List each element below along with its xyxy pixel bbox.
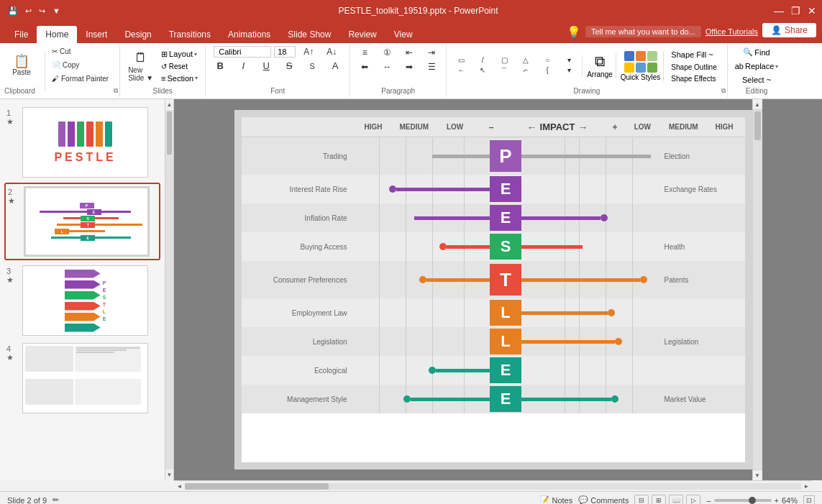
reading-view-icon[interactable]: 📖 (669, 495, 683, 505)
shape-arrow2[interactable]: ↖ (472, 65, 493, 77)
horizontal-scrollbar[interactable]: ◄ ► (174, 480, 812, 491)
font-family-selector[interactable]: Calibri (214, 46, 271, 58)
tab-animations[interactable]: Animations (219, 26, 279, 43)
shape-connector[interactable]: ⌐ (516, 65, 536, 77)
font-color-button[interactable]: A (325, 59, 345, 73)
tell-me-text[interactable]: Tell me what you want to do... (585, 26, 701, 37)
format-painter-button[interactable]: 🖌Format Painter (48, 73, 112, 85)
quick-style-5[interactable] (636, 63, 646, 73)
slide-item-2[interactable]: 2 ★ P (4, 183, 160, 260)
align-right[interactable]: ➡ (399, 60, 419, 73)
notes-button[interactable]: 📝 Notes (539, 495, 572, 504)
shape-rect[interactable]: ▭ (451, 55, 471, 65)
slide-item-3[interactable]: 3 ★ P E S (4, 263, 160, 338)
layout-dropdown[interactable]: ⊞ Layout ▾ (158, 48, 201, 60)
zoom-slider-thumb[interactable] (749, 497, 756, 504)
shadow-button[interactable]: S (302, 60, 322, 72)
canvas-scroll-up[interactable]: ▲ (753, 99, 762, 110)
fit-slide-btn[interactable]: ⊡ (803, 495, 815, 505)
increase-indent[interactable]: ⇥ (421, 46, 442, 59)
tab-insert[interactable]: Insert (77, 26, 116, 43)
minimize-btn[interactable]: — (774, 5, 784, 17)
comments-button[interactable]: 💬 Comments (578, 495, 629, 504)
slide-canvas[interactable]: HIGH MEDIUM LOW – ← IMPACT → + LOW MED (234, 110, 752, 469)
quick-style-3[interactable] (647, 51, 657, 61)
increase-font-size[interactable]: A↑ (298, 46, 319, 58)
undo-btn[interactable]: ↩ (23, 5, 34, 17)
underline-button[interactable]: U (256, 59, 276, 73)
zoom-level[interactable]: 64% (782, 496, 798, 505)
bullets-button[interactable]: ≡ (355, 46, 375, 59)
find-button[interactable]: 🔍 Find (740, 46, 772, 58)
slide-item-1[interactable]: 1 ★ PESTLE (4, 105, 160, 180)
select-dropdown[interactable]: Select ~ (739, 74, 774, 86)
new-slide-button[interactable]: 🗒 NewSlide ▼ (124, 48, 157, 84)
decrease-indent[interactable]: ⇤ (399, 46, 419, 59)
h-scroll-thumb[interactable] (185, 483, 329, 490)
numbering-button[interactable]: ① (377, 46, 397, 59)
tab-home[interactable]: Home (37, 26, 77, 43)
tab-transitions[interactable]: Transitions (160, 26, 219, 43)
tab-slideshow[interactable]: Slide Show (279, 26, 339, 43)
align-center[interactable]: ↔ (377, 60, 397, 73)
italic-button[interactable]: I (233, 59, 253, 73)
shape-outline-button[interactable]: Shape Outline (668, 63, 719, 72)
zoom-in-btn[interactable]: + (775, 496, 779, 505)
slide-panel-scrollbar[interactable]: ▲ ▼ (165, 99, 174, 480)
paste-button[interactable]: 📋 Paste (4, 52, 39, 79)
shape-fill-dropdown[interactable]: Shape Fill ~ (668, 49, 719, 60)
shape-more[interactable]: ▾ (559, 55, 579, 65)
tab-view[interactable]: View (385, 26, 421, 43)
redo-btn[interactable]: ↪ (37, 5, 47, 17)
justify[interactable]: ☰ (421, 60, 442, 73)
scroll-up-btn[interactable]: ▲ (165, 99, 173, 110)
shape-circ[interactable]: ○ (537, 55, 557, 65)
strikethrough-button[interactable]: S (279, 59, 299, 73)
font-size-selector[interactable]: 18 (274, 46, 296, 58)
shape-curve[interactable]: ⌒ (494, 65, 514, 77)
canvas-scrollbar[interactable]: ▲ ▼ (752, 99, 762, 480)
drawing-expand[interactable]: ⧉ (721, 87, 726, 95)
scroll-right-btn[interactable]: ► (801, 482, 812, 491)
tab-file[interactable]: File (6, 26, 37, 43)
scroll-down-btn[interactable]: ▼ (165, 469, 173, 480)
slide-edit-icon[interactable]: ✏ (52, 495, 59, 504)
canvas-scroll-thumb[interactable] (754, 111, 761, 140)
reset-button[interactable]: ↺ Reset (158, 62, 201, 71)
replace-button[interactable]: ab Replace ▾ (732, 60, 782, 72)
quick-style-1[interactable] (624, 51, 634, 61)
close-btn[interactable]: ✕ (808, 5, 816, 17)
shape-line[interactable]: / (472, 55, 493, 65)
shape-more2[interactable]: ▾ (559, 65, 579, 77)
quick-style-6[interactable] (647, 63, 657, 73)
save-btn[interactable]: 💾 (6, 5, 20, 17)
zoom-slider[interactable] (714, 499, 772, 502)
scroll-left-btn[interactable]: ◄ (174, 482, 185, 491)
shape-arrow[interactable]: ← (451, 65, 471, 77)
align-left[interactable]: ⬅ (355, 60, 375, 73)
tab-review[interactable]: Review (339, 26, 385, 43)
quick-style-4[interactable] (624, 63, 634, 73)
quick-style-2[interactable] (636, 51, 646, 61)
shape-effects-button[interactable]: Shape Effects (668, 74, 719, 83)
office-tutorials-link[interactable]: Office Tutorials (705, 27, 758, 36)
customize-btn[interactable]: ▼ (50, 5, 63, 17)
zoom-out-btn[interactable]: – (706, 496, 711, 505)
copy-button[interactable]: 📄Copy (48, 59, 112, 71)
cut-button[interactable]: ✂Cut (48, 45, 112, 58)
decrease-font-size[interactable]: A↓ (321, 46, 342, 58)
tab-design[interactable]: Design (116, 26, 160, 43)
slide-item-4[interactable]: 4 ★ (4, 341, 160, 416)
slideshow-view-icon[interactable]: ▷ (686, 495, 700, 505)
scroll-thumb[interactable] (167, 111, 172, 155)
bold-button[interactable]: B (210, 59, 230, 73)
share-button[interactable]: 👤 Share (762, 23, 816, 37)
maximize-btn[interactable]: ❐ (791, 5, 800, 17)
shape-brace[interactable]: { (537, 65, 557, 77)
slide-sorter-icon[interactable]: ⊞ (652, 495, 666, 505)
shape-tri[interactable]: △ (516, 55, 536, 65)
clipboard-expand[interactable]: ⧉ (114, 87, 118, 95)
shape-rect2[interactable]: ▢ (494, 55, 514, 65)
section-dropdown[interactable]: ≡ Section ▾ (158, 73, 201, 84)
canvas-scroll-down[interactable]: ▼ (753, 469, 762, 480)
